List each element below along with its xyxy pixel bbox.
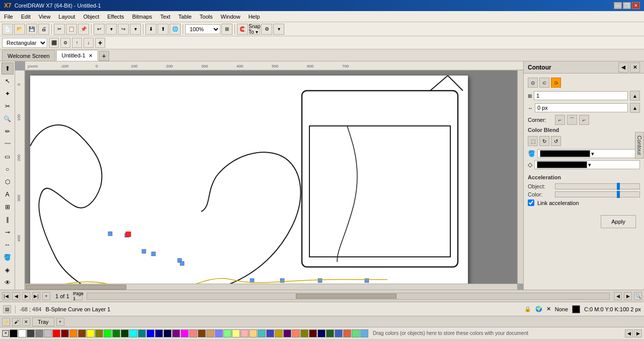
steps-input[interactable]: 1 <box>534 91 628 100</box>
new-button[interactable]: 📄 <box>2 24 13 35</box>
color-darkyellow[interactable] <box>95 329 103 337</box>
tool-table[interactable]: ⊞ <box>2 201 14 213</box>
tray-close-btn[interactable]: ✕ <box>22 318 30 326</box>
color-lightpink[interactable] <box>240 329 249 337</box>
color-black[interactable] <box>10 329 18 337</box>
color-lightorange[interactable] <box>249 329 257 337</box>
control-point[interactable] <box>151 252 155 256</box>
tray-paint-btn[interactable]: 🖌 <box>12 318 20 326</box>
color-cyan[interactable] <box>129 329 137 337</box>
canvas[interactable] <box>25 71 517 284</box>
tool-ellipse[interactable]: ○ <box>2 163 14 175</box>
control-point[interactable] <box>108 232 112 236</box>
color-gray[interactable] <box>35 329 43 337</box>
tool-edit-fill[interactable]: 🪣 <box>2 251 14 263</box>
color-maroon[interactable] <box>309 329 317 337</box>
publish-button[interactable]: 🌐 <box>170 24 181 35</box>
color-indigo[interactable] <box>266 329 274 337</box>
menu-layout[interactable]: Layout <box>54 11 79 22</box>
tool-polygon[interactable]: ⬡ <box>2 176 14 188</box>
link-acceleration-checkbox[interactable] <box>528 199 534 206</box>
tool-color-eye[interactable]: 👁 <box>2 277 14 289</box>
tray-label[interactable]: Tray <box>32 317 54 326</box>
options-dropdown[interactable]: ▾ <box>273 24 284 35</box>
convert-btn1[interactable]: ↑ <box>72 38 82 48</box>
scrollbar-h-thumb[interactable] <box>26 285 126 290</box>
color-red[interactable] <box>52 329 60 337</box>
import-button[interactable]: ⬇ <box>145 24 156 35</box>
no-color-btn[interactable]: ✕ <box>2 330 9 337</box>
control-point[interactable] <box>365 279 369 283</box>
snap-to-btn[interactable]: 🧲 <box>237 24 248 35</box>
tool-freehand[interactable]: ✏ <box>2 125 14 138</box>
menu-help[interactable]: Help <box>245 11 264 22</box>
tool-text[interactable]: A <box>2 188 14 200</box>
color-brown[interactable] <box>198 329 206 337</box>
print-button[interactable]: 🖨 <box>38 24 49 35</box>
color-lightblue[interactable] <box>215 329 223 337</box>
shape-btn2[interactable]: ⚙ <box>60 38 70 48</box>
color-darkpurple[interactable] <box>283 329 291 337</box>
tool-select[interactable]: ⬆ <box>2 62 14 75</box>
menu-effects[interactable]: Effects <box>103 11 128 22</box>
contour-outside-btn[interactable]: ⊃ <box>551 78 561 88</box>
paste-button[interactable]: 📌 <box>78 24 89 35</box>
layer-btn[interactable]: ▤ <box>3 305 11 313</box>
undo-button[interactable]: ↩ <box>94 24 105 35</box>
outline-color-dropdown[interactable]: ▾ <box>534 160 640 169</box>
color-darkblue[interactable] <box>155 329 163 337</box>
h-scrollbar-thumb[interactable] <box>296 294 396 299</box>
undo-dropdown[interactable]: ▾ <box>106 24 117 35</box>
close-button[interactable]: ✕ <box>632 2 640 9</box>
color-slider[interactable] <box>555 191 640 197</box>
contour-side-tab[interactable]: Contour <box>635 132 644 159</box>
snap-to-dropdown[interactable]: Snap To ▾ <box>249 24 260 35</box>
fill-color-dropdown[interactable]: ▾ <box>537 149 640 158</box>
color-teal[interactable] <box>258 329 266 337</box>
cut-button[interactable]: ✂ <box>54 24 65 35</box>
color-navy2[interactable] <box>317 329 326 337</box>
convert-btn2[interactable]: ↓ <box>84 38 94 48</box>
color-olive[interactable] <box>300 329 308 337</box>
zoom-out-btn[interactable]: 🔍 <box>634 292 642 300</box>
color-navy[interactable] <box>164 329 172 337</box>
tool-parallel[interactable]: ∥ <box>2 214 14 226</box>
corner-miter-btn[interactable]: ⌐ <box>555 115 565 125</box>
selected-control-point[interactable] <box>126 232 131 237</box>
tray-add-btn[interactable]: + <box>56 318 64 326</box>
control-point[interactable] <box>180 261 184 265</box>
color-springgreen[interactable] <box>352 329 360 337</box>
color-green[interactable] <box>112 329 120 337</box>
linear-blend-btn[interactable]: ⬚ <box>528 136 538 146</box>
page-label-btn[interactable]: Page 1 <box>74 292 83 300</box>
color-silver[interactable] <box>44 329 52 337</box>
copy-button[interactable]: 📋 <box>66 24 77 35</box>
color-slider-thumb[interactable] <box>617 191 620 198</box>
color-darkred[interactable] <box>61 329 69 337</box>
control-point[interactable] <box>142 249 146 253</box>
color-yellow[interactable] <box>87 329 95 337</box>
color-gold[interactable] <box>275 329 283 337</box>
color-pink[interactable] <box>189 329 197 337</box>
corner-round-btn[interactable]: ⌒ <box>567 115 577 125</box>
add-btn[interactable]: + <box>95 38 105 48</box>
scrollbar-vertical[interactable] <box>517 71 523 284</box>
zoom-level-btn[interactable]: ⊞ <box>221 24 232 35</box>
color-purple[interactable] <box>172 329 180 337</box>
color-white[interactable] <box>18 329 26 337</box>
scroll-left-btn[interactable]: ◀ <box>614 292 622 300</box>
color-orange[interactable] <box>69 329 77 337</box>
panel-close-btn[interactable]: ✕ <box>630 62 640 73</box>
apply-button[interactable]: Apply <box>601 215 636 228</box>
color-tan[interactable] <box>206 329 214 337</box>
color-lightgreen[interactable] <box>223 329 231 337</box>
menu-tools[interactable]: Tools <box>196 11 217 22</box>
outline-dropdown-arrow[interactable]: ▾ <box>588 162 591 168</box>
page-first-btn[interactable]: |◀ <box>2 292 10 300</box>
minimize-button[interactable]: — <box>614 2 622 9</box>
tool-interactive-fill[interactable]: ◈ <box>2 264 14 276</box>
clockwise-blend-btn[interactable]: ↻ <box>539 136 549 146</box>
tool-connector[interactable]: ⊸ <box>2 226 14 238</box>
save-button[interactable]: 💾 <box>26 24 37 35</box>
object-slider-thumb[interactable] <box>617 183 620 190</box>
